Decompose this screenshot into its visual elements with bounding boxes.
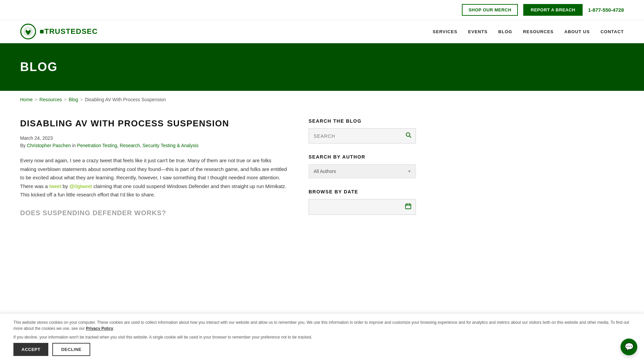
svg-point-1 [27,28,30,31]
nav-about[interactable]: ABOUT US [565,29,590,34]
svg-rect-4 [406,204,411,209]
in-prefix: in [72,143,77,148]
article-subheading: DOES SUSPENDING DEFENDER WORKS? [20,209,288,217]
article-meta: By Christopher Paschen in Penetration Te… [20,143,288,148]
main-layout: DISABLING AV WITH PROCESS SUSPENSION Mar… [0,108,436,246]
calendar-button[interactable] [401,199,416,215]
sidebar-date-section: BROWSE BY DATE [309,189,416,215]
svg-line-3 [410,136,411,138]
date-box [309,199,416,215]
sidebar-search-section: SEARCH THE BLOG [309,118,416,143]
calendar-icon [405,203,412,209]
top-bar: SHOP OUR MERCH REPORT A BREACH 1-877-550… [0,0,644,20]
breadcrumb-sep-2: > [64,97,66,102]
search-heading: SEARCH THE BLOG [309,118,416,124]
content-area: DISABLING AV WITH PROCESS SUSPENSION Mar… [20,118,288,226]
author-dropdown-wrapper: All Authors [309,164,416,178]
by-prefix: By [20,143,25,148]
phone-number[interactable]: 1-877-550-4728 [588,7,624,13]
nav-events[interactable]: EVENTS [468,29,488,34]
breadcrumb-current: Disabling AV With Process Suspension [85,97,166,102]
category-penetration[interactable]: Penetration Testing [77,143,117,148]
sidebar-author-section: SEARCH BY AUTHOR All Authors [309,154,416,178]
breadcrumb: Home > Resources > Blog > Disabling AV W… [0,91,644,108]
sidebar: SEARCH THE BLOG SEARCH BY AUTHOR All Aut… [309,118,416,226]
logo-icon [20,23,36,40]
date-input[interactable] [309,201,401,213]
author-heading: SEARCH BY AUTHOR [309,154,416,160]
logo-text: ■TrustedSec [40,27,98,36]
article-date: March 24, 2023 [20,135,288,141]
shop-merch-button[interactable]: SHOP OUR MERCH [462,4,518,16]
nav-resources[interactable]: RESOURCES [523,29,553,34]
hero-banner: BLOG [0,43,644,91]
hero-title: BLOG [20,60,58,74]
nav-contact[interactable]: CONTACT [600,29,624,34]
article-author[interactable]: Christopher Paschen [27,143,71,148]
search-icon [406,132,412,138]
search-button[interactable] [401,129,416,143]
search-input[interactable] [309,130,401,142]
author-select[interactable]: All Authors [309,164,416,178]
main-nav: SERVICES EVENTS BLOG RESOURCES ABOUT US … [433,29,624,34]
breadcrumb-sep-1: > [35,97,37,102]
breadcrumb-sep-3: > [80,97,83,102]
tweet-link[interactable]: tweet [49,183,61,189]
logo[interactable]: ■TrustedSec [20,23,98,40]
body-by: by [61,183,69,189]
category-research[interactable]: Research [120,143,140,148]
breadcrumb-resources[interactable]: Resources [40,97,62,102]
handle-link[interactable]: @0gtweet [69,183,92,189]
article-body: Every now and again, I see a crazy tweet… [20,156,288,199]
report-breach-button[interactable]: REPORT A BREACH [523,4,583,16]
nav-blog[interactable]: BLOG [498,29,513,34]
breadcrumb-home[interactable]: Home [20,97,33,102]
date-heading: BROWSE BY DATE [309,189,416,194]
search-box [309,128,416,143]
article-title: DISABLING AV WITH PROCESS SUSPENSION [20,118,288,129]
category-security[interactable]: Security Testing & Analysis [143,143,199,148]
breadcrumb-blog[interactable]: Blog [69,97,78,102]
site-header: ■TrustedSec SERVICES EVENTS BLOG RESOURC… [0,20,644,43]
nav-services[interactable]: SERVICES [433,29,458,34]
